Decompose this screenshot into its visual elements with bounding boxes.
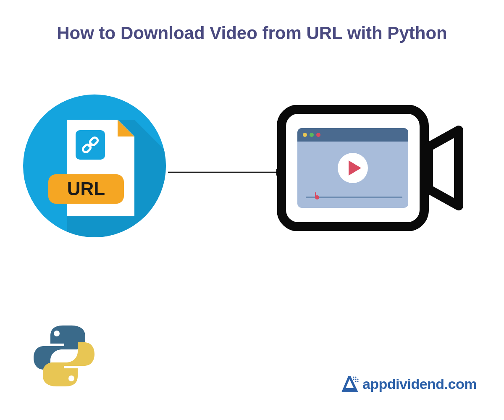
svg-rect-21 xyxy=(315,192,316,197)
brand-logo: appdividend.com xyxy=(338,373,477,395)
arrow-icon xyxy=(168,168,286,176)
svg-point-14 xyxy=(303,133,307,137)
url-label-text: URL xyxy=(67,178,105,199)
svg-point-16 xyxy=(316,133,320,137)
svg-point-30 xyxy=(357,381,358,382)
svg-point-22 xyxy=(54,331,60,336)
svg-point-15 xyxy=(310,133,314,137)
url-file-icon: URL xyxy=(23,94,166,237)
svg-point-28 xyxy=(357,378,358,380)
video-player-icon xyxy=(277,105,466,231)
svg-rect-13 xyxy=(297,136,408,142)
python-logo-icon xyxy=(32,323,97,388)
svg-point-26 xyxy=(353,378,354,380)
svg-point-25 xyxy=(355,376,356,378)
page-title: How to Download Video from URL with Pyth… xyxy=(0,23,504,43)
svg-point-29 xyxy=(355,381,356,382)
brand-mark-icon xyxy=(338,373,360,395)
brand-name: appdividend.com xyxy=(362,376,477,392)
svg-point-24 xyxy=(353,376,354,378)
svg-point-27 xyxy=(355,378,356,380)
svg-point-23 xyxy=(68,375,74,381)
